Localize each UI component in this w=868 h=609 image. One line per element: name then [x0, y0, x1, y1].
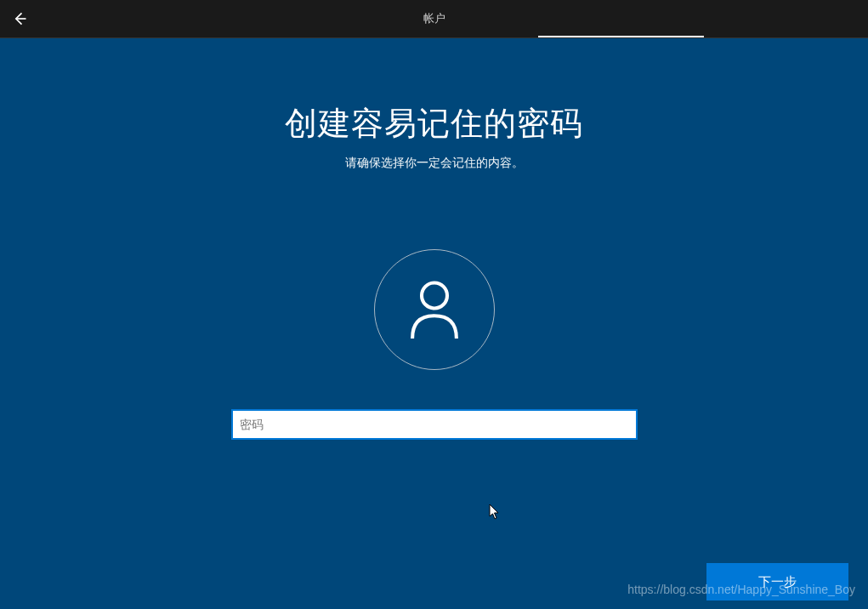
content-area: 创建容易记住的密码 请确保选择你一定会记住的内容。 下一步 https://bl…	[0, 38, 868, 609]
page-subtitle: 请确保选择你一定会记住的内容。	[345, 156, 524, 171]
back-button[interactable]	[0, 0, 38, 38]
header-title: 帐户	[423, 11, 445, 26]
next-button[interactable]: 下一步	[706, 563, 848, 600]
password-input[interactable]	[231, 409, 638, 440]
header-bar: 帐户	[0, 0, 868, 38]
svg-point-0	[422, 282, 447, 308]
user-icon	[405, 278, 464, 342]
header-active-underline	[538, 36, 704, 37]
arrow-left-icon	[11, 10, 28, 27]
user-avatar	[374, 249, 495, 370]
page-title: 创建容易记住的密码	[285, 102, 583, 145]
